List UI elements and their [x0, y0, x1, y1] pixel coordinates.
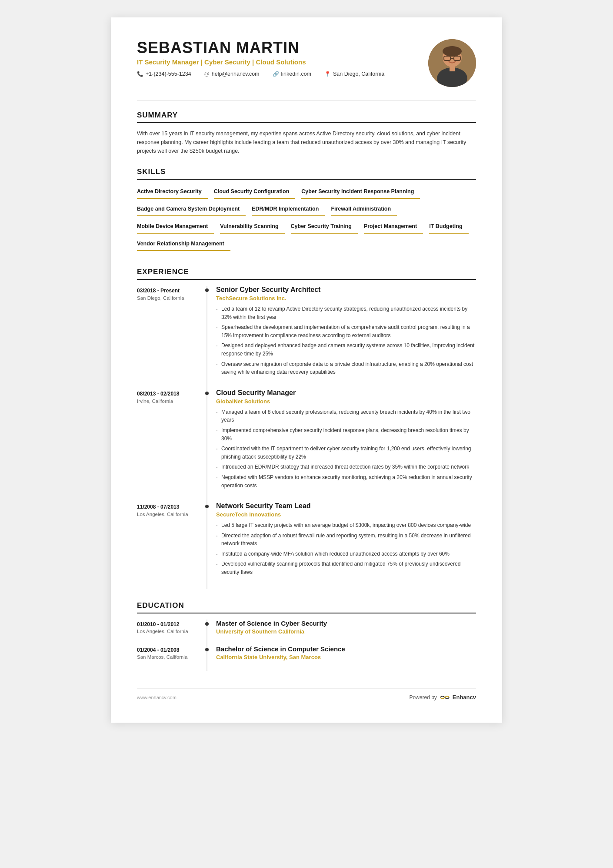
exp-bullet: Instituted a company-wide MFA solution w… — [216, 550, 476, 558]
skill-item: Vulnerability Scanning — [220, 221, 284, 234]
linkedin-contact: 🔗 linkedin.com — [273, 71, 311, 77]
svg-point-2 — [443, 46, 462, 57]
experience-container: 03/2018 - Present San Diego, California … — [137, 286, 476, 589]
phone-icon: 📞 — [137, 71, 143, 77]
summary-title: SUMMARY — [137, 111, 476, 123]
edu-location: Los Angeles, California — [137, 629, 202, 634]
edu-left-col: 01/2004 - 01/2008 San Marcos, California — [137, 645, 207, 671]
linkedin-icon: 🔗 — [273, 71, 279, 77]
skill-item: Firewall Administration — [331, 203, 397, 216]
experience-entry: 11/2008 - 07/2013 Los Angeles, Californi… — [137, 502, 476, 589]
exp-bullet: Managed a team of 8 cloud security profe… — [216, 408, 476, 424]
location-icon: 📍 — [324, 71, 331, 77]
exp-bullet: Led a team of 12 to revamp Active Direct… — [216, 305, 476, 321]
skill-item: Project Management — [364, 221, 423, 234]
exp-bullets-list: Managed a team of 8 cloud security profe… — [216, 408, 476, 489]
email-icon: @ — [204, 71, 210, 77]
summary-section: SUMMARY With over 15 years in IT securit… — [137, 111, 476, 155]
exp-job-title: Cloud Security Manager — [216, 389, 476, 397]
edu-school: California State University, San Marcos — [216, 654, 476, 660]
email-contact: @ help@enhancv.com — [204, 71, 260, 77]
location-contact: 📍 San Diego, California — [324, 71, 384, 77]
edu-school: University of Southern California — [216, 628, 476, 635]
experience-entry: 03/2018 - Present San Diego, California … — [137, 286, 476, 389]
summary-text: With over 15 years in IT security manage… — [137, 129, 476, 155]
exp-bullet: Coordinated with the IT department to de… — [216, 445, 476, 461]
exp-company: TechSecure Solutions Inc. — [216, 295, 476, 302]
skill-item: Badge and Camera System Deployment — [137, 203, 246, 216]
edu-dates: 01/2004 - 01/2008 — [137, 647, 202, 654]
edu-right-col: Master of Science in Cyber SecurityUnive… — [207, 620, 476, 645]
skill-item: IT Budgeting — [429, 221, 468, 234]
education-entry: 01/2004 - 01/2008 San Marcos, California… — [137, 645, 476, 671]
skill-item: Cyber Security Incident Response Plannin… — [301, 186, 420, 199]
edu-right-col: Bachelor of Science in Computer ScienceC… — [207, 645, 476, 671]
brand-name: Enhancv — [453, 694, 476, 700]
skills-section: SKILLS Active Directory SecurityCloud Se… — [137, 168, 476, 255]
skill-item: Mobile Device Management — [137, 221, 214, 234]
exp-bullets-list: Led a team of 12 to revamp Active Direct… — [216, 305, 476, 376]
exp-location: Los Angeles, California — [137, 512, 202, 517]
email-address: help@enhancv.com — [212, 71, 260, 77]
skill-item: Vendor Relationship Management — [137, 238, 230, 251]
exp-company: SecureTech Innovations — [216, 511, 476, 518]
exp-left-col: 11/2008 - 07/2013 Los Angeles, Californi… — [137, 502, 207, 589]
exp-location: Irvine, California — [137, 399, 202, 404]
education-title: EDUCATION — [137, 601, 476, 613]
location-text: San Diego, California — [333, 71, 384, 77]
education-container: 01/2010 - 01/2012 Los Angeles, Californi… — [137, 620, 476, 671]
powered-by-label: Powered by — [409, 694, 436, 700]
phone-contact: 📞 +1-(234)-555-1234 — [137, 71, 191, 77]
exp-bullets-list: Led 5 large IT security projects with an… — [216, 521, 476, 576]
candidate-name: SEBASTIAN MARTIN — [137, 39, 420, 57]
exp-left-col: 08/2013 - 02/2018 Irvine, California — [137, 389, 207, 502]
skills-grid: Active Directory SecurityCloud Security … — [137, 186, 476, 255]
education-entry: 01/2010 - 01/2012 Los Angeles, Californi… — [137, 620, 476, 645]
exp-dates: 08/2013 - 02/2018 — [137, 390, 202, 398]
skill-item: Cloud Security Configuration — [214, 186, 296, 199]
resume: SEBASTIAN MARTIN IT Security Manager | C… — [111, 17, 502, 723]
header-info: SEBASTIAN MARTIN IT Security Manager | C… — [137, 39, 420, 77]
edu-dates: 01/2010 - 01/2012 — [137, 621, 202, 628]
enhancv-logo-icon — [440, 694, 450, 701]
linkedin-url: linkedin.com — [281, 71, 311, 77]
edu-left-col: 01/2010 - 01/2012 Los Angeles, Californi… — [137, 620, 207, 645]
exp-company: GlobalNet Solutions — [216, 398, 476, 405]
exp-dates: 03/2018 - Present — [137, 287, 202, 295]
skill-item: Cyber Security Training — [291, 221, 358, 234]
exp-bullet: Led 5 large IT security projects with an… — [216, 521, 476, 530]
exp-bullet: Developed vulnerability scanning protoco… — [216, 560, 476, 576]
edu-location: San Marcos, California — [137, 654, 202, 660]
exp-bullet: Oversaw secure migration of corporate da… — [216, 360, 476, 376]
exp-job-title: Senior Cyber Security Architect — [216, 286, 476, 294]
exp-left-col: 03/2018 - Present San Diego, California — [137, 286, 207, 389]
header-divider — [137, 100, 476, 101]
exp-bullet: Spearheaded the development and implemen… — [216, 323, 476, 339]
phone-number: +1-(234)-555-1234 — [146, 71, 191, 77]
exp-bullet: Negotiated with MSSP vendors to enhance … — [216, 473, 476, 489]
exp-bullet: Directed the adoption of a robust firewa… — [216, 532, 476, 548]
exp-bullet: Introduced an EDR/MDR strategy that incr… — [216, 463, 476, 471]
experience-entry: 08/2013 - 02/2018 Irvine, California Clo… — [137, 389, 476, 502]
exp-bullet: Implemented comprehensive cyber security… — [216, 426, 476, 442]
exp-location: San Diego, California — [137, 295, 202, 301]
avatar — [428, 39, 476, 87]
skill-item: Active Directory Security — [137, 186, 208, 199]
footer: www.enhancv.com Powered by Enhancv — [137, 688, 476, 701]
skills-title: SKILLS — [137, 168, 476, 180]
footer-brand: Powered by Enhancv — [409, 694, 476, 701]
edu-degree: Bachelor of Science in Computer Science — [216, 645, 476, 653]
exp-dates: 11/2008 - 07/2013 — [137, 503, 202, 511]
svg-rect-7 — [450, 65, 455, 71]
candidate-title: IT Security Manager | Cyber Security | C… — [137, 58, 420, 66]
exp-bullet: Designed and deployed enhanced badge and… — [216, 342, 476, 358]
exp-right-col: Cloud Security ManagerGlobalNet Solution… — [207, 389, 476, 502]
edu-degree: Master of Science in Cyber Security — [216, 620, 476, 627]
contact-info: 📞 +1-(234)-555-1234 @ help@enhancv.com 🔗… — [137, 71, 420, 77]
exp-job-title: Network Security Team Lead — [216, 502, 476, 510]
exp-right-col: Senior Cyber Security ArchitectTechSecur… — [207, 286, 476, 389]
education-section: EDUCATION 01/2010 - 01/2012 Los Angeles,… — [137, 601, 476, 671]
exp-right-col: Network Security Team LeadSecureTech Inn… — [207, 502, 476, 589]
footer-url: www.enhancv.com — [137, 695, 177, 700]
experience-title: EXPERIENCE — [137, 268, 476, 280]
